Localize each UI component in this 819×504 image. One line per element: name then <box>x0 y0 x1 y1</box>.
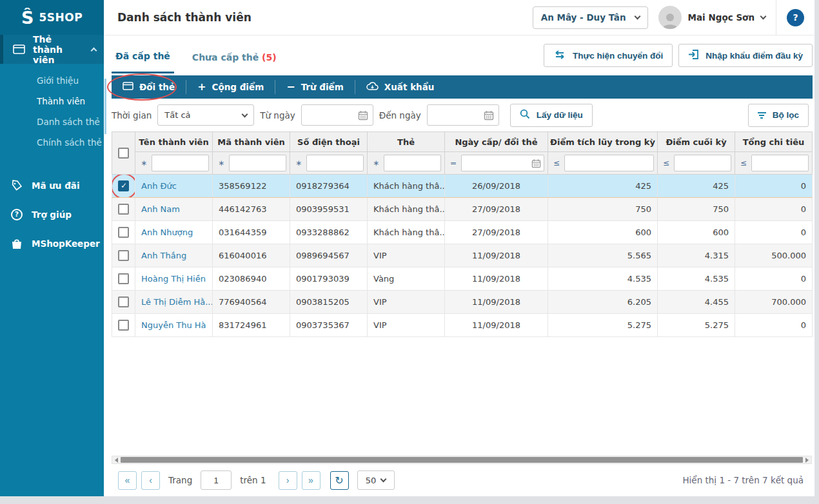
tab-da-cap-the[interactable]: Đã cấp thẻ <box>112 37 174 73</box>
page-number-input[interactable] <box>201 470 232 490</box>
column-header[interactable]: Điểm tích lũy trong kỳ <box>548 132 658 152</box>
prev-page-button[interactable]: ‹ <box>141 471 160 490</box>
user-menu[interactable]: Mai Ngọc Sơn <box>688 12 765 23</box>
filter-operator-button[interactable]: ∗ <box>293 159 304 168</box>
filter-operator-button[interactable]: ∗ <box>216 159 226 168</box>
filter-operator-button[interactable]: = <box>448 159 459 168</box>
row-checkbox[interactable] <box>118 296 129 307</box>
import-opening-points-button[interactable]: Nhập khẩu điểm đầu kỳ <box>678 44 813 67</box>
column-filter-input[interactable] <box>152 155 209 171</box>
cell-member-code: 776940564 <box>213 291 290 314</box>
logo-text: 5SHOP <box>39 11 83 24</box>
cell-member-name[interactable]: Anh Nam <box>135 198 213 221</box>
sidebar-item-chinh-sach-the[interactable]: Chính sách thẻ <box>0 132 104 153</box>
member-name-link[interactable]: Anh Nhượng <box>141 228 193 237</box>
sidebar-item-thanh-vien[interactable]: Thành viên <box>0 91 104 111</box>
member-name-link[interactable]: Anh Thắng <box>141 251 186 260</box>
filter-operator-button[interactable]: ≤ <box>738 159 749 168</box>
scroll-left-arrow[interactable] <box>112 456 121 463</box>
column-header[interactable]: Tên thành viên <box>135 132 213 152</box>
column-filter-input[interactable] <box>306 155 364 171</box>
sidebar-item-danh-sach-the[interactable]: Danh sách thẻ <box>0 111 104 132</box>
table-row[interactable]: Anh Nam4461427630903959531Khách hàng thâ… <box>112 198 813 221</box>
cell-card-type: Vàng <box>368 267 445 291</box>
row-checkbox[interactable] <box>118 204 129 215</box>
column-header[interactable]: Mã thành viên <box>213 132 290 152</box>
cell-member-name[interactable]: Hoàng Thị Hiền <box>135 267 213 291</box>
first-page-button[interactable]: « <box>118 471 137 490</box>
cell-member-name[interactable]: Anh Nhượng <box>135 221 213 244</box>
column-filter-input[interactable] <box>674 155 731 171</box>
member-name-link[interactable]: Lê Thị Diễm Hằ... <box>141 297 213 307</box>
cell-member-name[interactable]: Nguyễn Thu Hà <box>135 314 213 337</box>
page-size-select[interactable]: 50 <box>357 470 395 490</box>
cell-issue-date: 27/09/2018 <box>445 198 548 221</box>
convert-button[interactable]: Thực hiện chuyển đổi <box>544 44 673 67</box>
last-page-button[interactable]: » <box>302 471 321 490</box>
sidebar-item-ma-uu-dai[interactable]: Mã ưu đãi <box>0 171 104 200</box>
column-header[interactable]: Thẻ <box>368 132 445 152</box>
export-button[interactable]: Xuất khẩu <box>355 75 446 99</box>
column-header[interactable]: Điểm cuối kỳ <box>658 132 735 152</box>
next-page-button[interactable]: › <box>279 471 297 490</box>
member-name-link[interactable]: Anh Nam <box>141 204 180 214</box>
row-checkbox[interactable] <box>118 250 129 261</box>
sidebar-item-label: Trợ giúp <box>32 209 72 220</box>
from-date-input[interactable] <box>301 104 373 126</box>
column-header[interactable]: Tổng chi tiêu <box>735 132 813 152</box>
row-checkbox[interactable] <box>118 227 129 238</box>
column-header[interactable]: Số điện thoại <box>290 132 368 152</box>
help-circle-icon: ? <box>11 209 23 220</box>
sidebar-item-mshopkeeper[interactable]: MShopKeeper <box>0 229 104 258</box>
scrollbar-thumb[interactable] <box>121 457 803 463</box>
cell-phone: 0901793039 <box>290 267 368 291</box>
help-button[interactable]: ? <box>787 9 804 26</box>
column-header[interactable]: Ngày cấp/ đổi thẻ <box>445 132 548 152</box>
row-checkbox[interactable] <box>118 320 129 331</box>
table-row[interactable]: Anh Nhượng0316443590933288862Khách hàng … <box>112 221 813 244</box>
tab-chua-cap-the[interactable]: Chưa cấp thẻ (5) <box>188 39 281 73</box>
member-name-link[interactable]: Hoàng Thị Hiền <box>141 274 206 284</box>
table-row[interactable]: Nguyễn Thu Hà8317249610903735367VIP11/09… <box>112 314 813 337</box>
refresh-button[interactable]: ↻ <box>330 471 349 490</box>
sidebar-item-tro-giup[interactable]: ? Trợ giúp <box>0 200 104 229</box>
cell-member-name[interactable]: Anh Đức <box>135 175 213 198</box>
cell-member-name[interactable]: Lê Thị Diễm Hằ... <box>135 291 213 314</box>
page-title: Danh sách thành viên <box>117 11 252 24</box>
user-name: Mai Ngọc Sơn <box>688 12 755 23</box>
change-card-button[interactable]: Đổi thẻ <box>112 75 186 99</box>
fetch-data-button[interactable]: Lấy dữ liệu <box>510 104 593 127</box>
filter-operator-button[interactable]: ∗ <box>139 159 149 168</box>
filter-operator-button[interactable]: ≤ <box>551 159 562 168</box>
from-date-label: Từ ngày <box>260 110 295 121</box>
select-all-checkbox[interactable] <box>118 148 129 159</box>
column-filter-input[interactable] <box>229 155 286 171</box>
table-row[interactable]: Anh Đức3585691220918279364Khách hàng thâ… <box>112 175 813 198</box>
table-row[interactable]: Anh Thắng6160400160989694567VIP11/09/201… <box>112 244 813 267</box>
add-points-button[interactable]: + Cộng điểm <box>186 75 275 99</box>
filter-operator-button[interactable]: ≤ <box>661 159 671 168</box>
store-selector-dropdown[interactable]: An Mây - Duy Tân <box>533 6 648 29</box>
sidebar-item-gioi-thieu[interactable]: Giới thiệu <box>0 70 104 91</box>
subtract-points-button[interactable]: − Trừ điểm <box>275 75 355 99</box>
member-name-link[interactable]: Nguyễn Thu Hà <box>141 320 206 330</box>
column-filter-input[interactable] <box>564 155 654 171</box>
column-filter-input[interactable] <box>384 155 441 171</box>
filter-button[interactable]: Bộ lọc <box>748 104 809 127</box>
filter-operator-button[interactable]: ∗ <box>371 159 381 168</box>
time-range-select[interactable]: Tất cả <box>157 104 254 126</box>
table-row[interactable]: Lê Thị Diễm Hằ...7769405640903815205VIP1… <box>112 291 813 314</box>
cell-member-code: 616040016 <box>213 244 290 267</box>
cell-points-end: 4.455 <box>658 291 735 314</box>
row-checkbox[interactable] <box>118 273 129 284</box>
to-date-input[interactable] <box>427 104 499 126</box>
horizontal-scrollbar[interactable] <box>112 456 812 464</box>
cell-issue-date: 11/09/2018 <box>445 244 548 267</box>
scroll-right-arrow[interactable] <box>803 456 811 463</box>
row-checkbox[interactable] <box>118 180 129 191</box>
cell-member-name[interactable]: Anh Thắng <box>135 244 213 267</box>
column-filter-input[interactable] <box>751 155 809 171</box>
sidebar-item-member-card[interactable]: Thẻ thành viên <box>0 35 104 64</box>
member-name-link[interactable]: Anh Đức <box>141 181 177 191</box>
table-row[interactable]: Hoàng Thị Hiền0230869400901793039Vàng11/… <box>112 267 813 291</box>
